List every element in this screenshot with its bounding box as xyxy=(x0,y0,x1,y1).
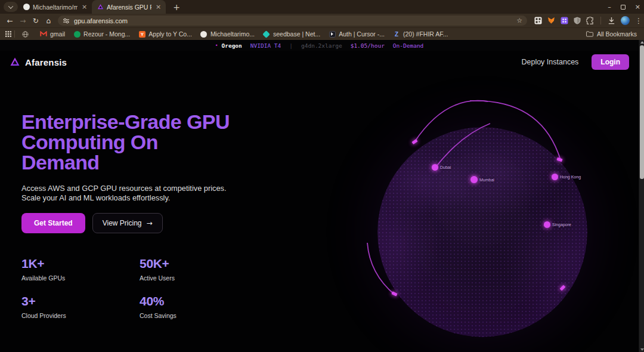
extensions-row: ⋮ xyxy=(534,16,640,25)
ticker-pricing-type: On-Demand xyxy=(393,42,423,49)
location-dot xyxy=(544,221,550,228)
scrollbar-down-arrow-icon[interactable] xyxy=(640,348,644,351)
tab-close-icon[interactable]: × xyxy=(80,3,88,11)
get-started-button[interactable]: Get Started xyxy=(21,213,85,233)
purple-extension-icon[interactable] xyxy=(561,17,568,24)
location-label: Hong Kong xyxy=(560,175,581,179)
all-bookmarks-button[interactable]: All Bookmarks xyxy=(586,30,639,38)
window-controls: – × xyxy=(608,0,640,14)
hero-subtitle: Access AWS and GCP GPU resources at comp… xyxy=(21,184,247,203)
profile-avatar[interactable] xyxy=(621,16,630,25)
stat-value: 40% xyxy=(140,294,258,308)
downloads-icon[interactable] xyxy=(608,17,615,24)
location-label: Singapore xyxy=(552,223,571,227)
stat-label: Available GPUs xyxy=(21,274,140,282)
page-scrollbar[interactable] xyxy=(639,40,644,352)
minimize-button[interactable]: – xyxy=(608,3,611,11)
ticker-instance: g4dn.2xlarge xyxy=(301,42,342,49)
forward-icon[interactable]: → xyxy=(17,16,29,26)
stat-label: Cost Savings xyxy=(140,312,258,319)
location-dot xyxy=(470,176,478,183)
extensions-puzzle-icon[interactable] xyxy=(586,17,594,24)
hero-title-line: Demand xyxy=(21,152,230,172)
github-favicon-icon xyxy=(23,4,30,10)
close-window-button[interactable]: × xyxy=(635,3,640,11)
stat-value: 50K+ xyxy=(140,257,258,271)
location-marker-mumbai: Mumbai xyxy=(470,176,494,183)
arc-endpoint-marker xyxy=(411,139,417,144)
ticker-region: Oregon xyxy=(221,42,242,49)
bookmark-label: seedbase | Net... xyxy=(273,30,320,38)
zulip-icon: Z xyxy=(393,30,400,38)
stats-grid: 1K+ Available GPUs 50K+ Active Users 3+ … xyxy=(21,257,258,319)
location-label: Dubai xyxy=(440,165,451,169)
afarensis-favicon-icon xyxy=(97,4,104,10)
metamask-extension-icon[interactable] xyxy=(547,17,555,24)
view-pricing-button[interactable]: View Pricing → xyxy=(92,213,163,233)
ticker-price: $1.05/hour xyxy=(351,42,385,49)
tab-github-repo[interactable]: Michaeltarimo/michaelta × xyxy=(18,0,92,14)
tab-close-icon[interactable]: × xyxy=(154,3,162,11)
scrollbar-up-arrow-icon[interactable] xyxy=(640,41,644,44)
ticker-gpu: NVIDIA T4 xyxy=(250,42,281,49)
stat-cloud-providers: 3+ Cloud Providers xyxy=(21,294,140,319)
bookmark-rezour[interactable]: Rezour - Mong... xyxy=(69,29,134,39)
menu-kebab-icon[interactable]: ⋮ xyxy=(635,17,640,25)
shield-extension-icon[interactable] xyxy=(574,17,581,24)
bookmark-label: (20) #FHIR AF... xyxy=(403,30,448,38)
globe-visualization xyxy=(377,127,587,337)
location-marker-dubai: Dubai xyxy=(432,164,451,171)
github-icon xyxy=(200,30,208,38)
chevron-down-icon xyxy=(8,4,13,8)
tab-search-button[interactable] xyxy=(4,2,18,12)
tab-strip: Michaeltarimo/michaelta × Afarensis GPU … xyxy=(0,0,644,14)
gmail-icon xyxy=(40,30,47,38)
stat-label: Cloud Providers xyxy=(21,312,140,319)
bookmark-globe[interactable] xyxy=(17,29,36,39)
bookmark-seedbase[interactable]: seedbase | Net... xyxy=(259,29,324,39)
stat-active-users: 50K+ Active Users xyxy=(140,257,258,282)
reload-icon[interactable]: ↻ xyxy=(30,16,42,26)
all-bookmarks-label: All Bookmarks xyxy=(597,30,637,38)
bookmark-label: Rezour - Mong... xyxy=(83,30,130,38)
bookmarks-bar: gmail Rezour - Mong... Y Apply to Y Co..… xyxy=(0,27,644,40)
scrollbar-thumb[interactable] xyxy=(640,45,644,179)
address-bar[interactable]: gpu.afarensis.com ☆ xyxy=(58,16,527,26)
arrow-right-icon: → xyxy=(147,219,153,227)
site-settings-icon[interactable] xyxy=(63,17,70,24)
bookmark-github[interactable]: Michaeltarimo... xyxy=(196,29,259,39)
ticker-separator: | xyxy=(289,42,293,49)
url-text[interactable]: gpu.afarensis.com xyxy=(74,17,512,24)
deploy-instances-link[interactable]: Deploy Instances xyxy=(521,58,578,66)
bookmark-label: gmail xyxy=(50,30,65,38)
apps-grid-icon[interactable] xyxy=(5,30,12,38)
maximize-button[interactable] xyxy=(621,5,626,10)
qr-extension-icon[interactable] xyxy=(534,17,542,24)
new-tab-button[interactable]: + xyxy=(171,2,182,12)
bookmark-cursor[interactable]: Auth | Cursor -... xyxy=(324,29,389,39)
hero-title-line: Computing On xyxy=(21,132,230,152)
netlify-icon xyxy=(263,30,270,38)
browser-toolbar: ← → ↻ ⌂ gpu.afarensis.com ☆ xyxy=(0,14,644,27)
login-button[interactable]: Login xyxy=(592,54,629,70)
bookmark-gmail[interactable]: gmail xyxy=(36,29,69,39)
view-pricing-label: View Pricing xyxy=(103,219,142,227)
bookmark-zulip-fhir[interactable]: Z (20) #FHIR AF... xyxy=(389,29,452,39)
tab-afarensis[interactable]: Afarensis GPU Platform × xyxy=(92,0,166,14)
brand[interactable]: Afarensis xyxy=(10,57,67,67)
back-icon[interactable]: ← xyxy=(4,16,16,26)
stat-label: Active Users xyxy=(140,274,258,282)
location-marker-hong-kong: Hong Kong xyxy=(552,174,581,180)
stat-cost-savings: 40% Cost Savings xyxy=(140,294,258,319)
ticker-bullet-icon: • xyxy=(215,43,218,48)
tab-title: Michaeltarimo/michaelta xyxy=(33,4,78,11)
location-marker-singapore: Singapore xyxy=(544,221,571,228)
bookmark-star-icon[interactable]: ☆ xyxy=(516,17,522,24)
header-nav: Deploy Instances Login xyxy=(521,54,629,70)
bookmark-ycombinator[interactable]: Y Apply to Y Co... xyxy=(134,29,196,39)
cursor-icon xyxy=(329,30,336,38)
location-label: Mumbai xyxy=(479,178,494,182)
home-icon[interactable]: ⌂ xyxy=(43,16,55,26)
stat-value: 3+ xyxy=(21,294,140,308)
page-content: • Oregon NVIDIA T4 | g4dn.2xlarge $1.05/… xyxy=(0,40,644,352)
